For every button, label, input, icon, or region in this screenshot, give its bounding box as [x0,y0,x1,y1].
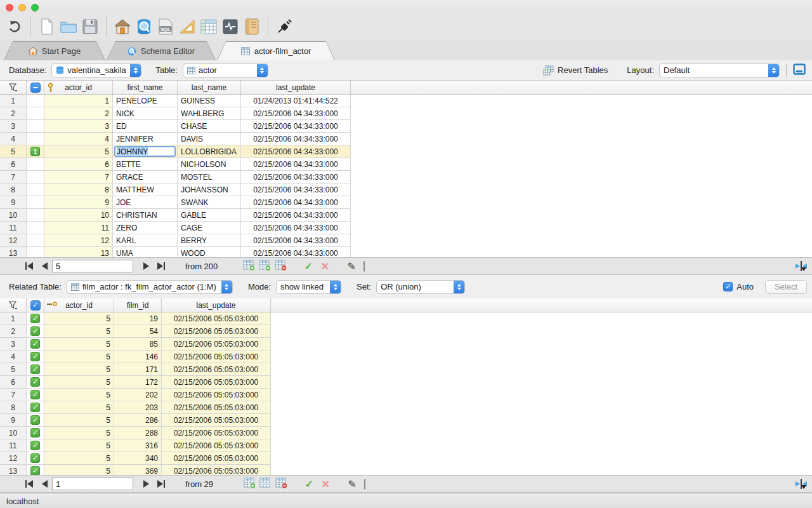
record-marker-cell[interactable] [27,234,44,247]
new-document-icon[interactable] [36,17,58,37]
cell-actor-id[interactable]: 11 [44,222,113,234]
cell-last-update[interactable]: 01/24/2013 01:41:44:522 [241,95,351,107]
minimize-window-button[interactable] [18,4,26,11]
linked-checkbox-cell[interactable]: ✓ [27,452,44,465]
row-number[interactable]: 6 [0,158,27,171]
cell-actor-id[interactable]: 6 [44,158,113,171]
cell-first-name[interactable]: JOHNNY [113,145,178,158]
cell-actor-id[interactable]: 10 [44,209,113,222]
cell-last-name[interactable]: CAGE [178,222,241,234]
row-number[interactable]: 3 [0,338,27,351]
cell-last-update[interactable]: 02/15/2006 04:34:33:000 [241,158,351,171]
close-window-button[interactable] [6,4,13,11]
cell-last-update[interactable]: 02/15/2006 05:05:03:000 [162,427,271,439]
row-number[interactable]: 5 [0,363,27,376]
cell-first-name[interactable]: KARL [113,234,178,247]
cell-actor-id[interactable]: 5 [44,389,114,401]
edit-record-icon[interactable]: ✎ [344,478,360,490]
row-number[interactable]: 8 [0,184,27,196]
cell-film-id[interactable]: 316 [114,439,162,452]
cell-film-id[interactable]: 85 [114,338,162,351]
row-number[interactable]: 1 [0,95,27,107]
cell-first-name[interactable]: GRACE [113,171,178,184]
cell-last-update[interactable]: 02/15/2006 04:34:33:000 [241,120,351,133]
cell-last-update[interactable]: 02/15/2006 04:34:33:000 [241,209,351,222]
set-select[interactable]: OR (union) [376,280,465,294]
undo-icon[interactable] [4,17,25,37]
linked-checkbox-cell[interactable]: ✓ [27,351,44,363]
row-number[interactable]: 7 [0,389,27,401]
cell-last-update[interactable]: 02/15/2006 05:05:03:000 [162,389,271,401]
cell-actor-id[interactable]: 12 [44,234,113,247]
cell-film-id[interactable]: 54 [114,325,162,338]
linked-checkbox-cell[interactable]: ✓ [27,414,44,427]
cell-last-update[interactable]: 02/15/2006 04:34:33:000 [241,234,351,247]
row-number[interactable]: 13 [0,247,27,257]
columns-view-icon[interactable] [364,479,365,489]
row-number[interactable]: 2 [0,325,27,338]
column-header-actor-id[interactable]: actor_id [44,298,114,312]
record-marker-cell[interactable] [27,95,44,107]
linked-checkbox-cell[interactable]: ✓ [27,325,44,338]
cell-film-id[interactable]: 172 [114,376,162,389]
sql-editor-icon[interactable]: SQL [155,17,176,37]
first-record-button[interactable] [22,478,37,490]
cell-first-name[interactable]: JOE [113,196,178,209]
cell-film-id[interactable]: 288 [114,427,162,439]
open-folder-icon[interactable] [58,17,79,37]
cell-last-name[interactable]: SWANK [178,196,241,209]
auto-checkbox[interactable]: ✓ [723,282,733,291]
row-number[interactable]: 9 [0,414,27,427]
cell-film-id[interactable]: 286 [114,414,162,427]
record-position-input[interactable] [52,478,133,490]
cell-last-update[interactable]: 02/15/2006 05:05:03:000 [162,338,271,351]
cell-actor-id[interactable]: 5 [44,414,114,427]
cancel-changes-icon[interactable]: ✕ [317,478,334,490]
zoom-window-button[interactable] [31,4,39,11]
duplicate-record-icon[interactable] [259,260,272,273]
cell-actor-id[interactable]: 5 [44,351,114,363]
server-admin-icon[interactable] [219,17,241,37]
cell-last-update[interactable]: 02/15/2006 05:05:03:000 [162,351,271,363]
cell-last-name[interactable]: GUINESS [178,95,241,107]
record-marker-cell[interactable] [27,222,44,234]
column-header-last-update[interactable]: last_update [162,298,271,312]
row-number[interactable]: 1 [0,312,27,325]
cell-last-update[interactable]: 02/15/2006 05:05:03:000 [162,414,271,427]
cell-last-name[interactable]: WAHLBERG [178,107,241,120]
delete-record-icon[interactable] [275,478,288,491]
record-marker-cell[interactable] [27,247,44,257]
row-number[interactable]: 3 [0,120,27,133]
cell-film-id[interactable]: 146 [114,351,162,363]
diagram-editor-icon[interactable] [176,17,198,37]
row-number[interactable]: 4 [0,351,27,363]
splitter-handle-icon[interactable] [796,479,807,489]
cell-last-update[interactable]: 02/15/2006 04:34:33:000 [241,171,351,184]
column-header-film-id[interactable]: film_id [114,298,162,312]
column-header-first-name[interactable]: first_name [113,81,178,94]
column-header-actor-id[interactable]: actor_id [44,81,113,94]
cell-last-name[interactable]: LOLLOBRIGIDA [178,145,241,158]
column-header-last-name[interactable]: last_name [178,81,241,94]
row-number[interactable]: 12 [0,452,27,465]
cell-actor-id[interactable]: 5 [44,338,114,351]
record-marker-cell[interactable] [27,171,44,184]
cell-actor-id[interactable]: 4 [44,133,113,145]
cell-actor-id[interactable]: 8 [44,184,113,196]
cell-last-update[interactable]: 02/15/2006 05:05:03:000 [162,376,271,389]
inline-editor[interactable]: JOHNNY [114,146,176,157]
row-number[interactable]: 13 [0,465,27,475]
cell-last-update[interactable]: 02/15/2006 04:34:33:000 [241,145,351,158]
cell-film-id[interactable]: 171 [114,363,162,376]
cell-first-name[interactable]: UMA [113,247,178,257]
accept-changes-icon[interactable]: ✓ [301,478,317,490]
cell-last-update[interactable]: 02/15/2006 04:34:33:000 [241,133,351,145]
cell-actor-id[interactable]: 5 [44,325,114,338]
filter-button[interactable] [0,81,27,94]
connection-icon[interactable] [273,17,295,37]
data-editor-icon[interactable] [198,17,219,37]
cell-actor-id[interactable]: 9 [44,196,113,209]
cell-last-update[interactable]: 02/15/2006 05:05:03:000 [162,363,271,376]
cell-actor-id[interactable]: 5 [44,145,113,158]
cell-last-update[interactable]: 02/15/2006 04:34:33:000 [241,184,351,196]
